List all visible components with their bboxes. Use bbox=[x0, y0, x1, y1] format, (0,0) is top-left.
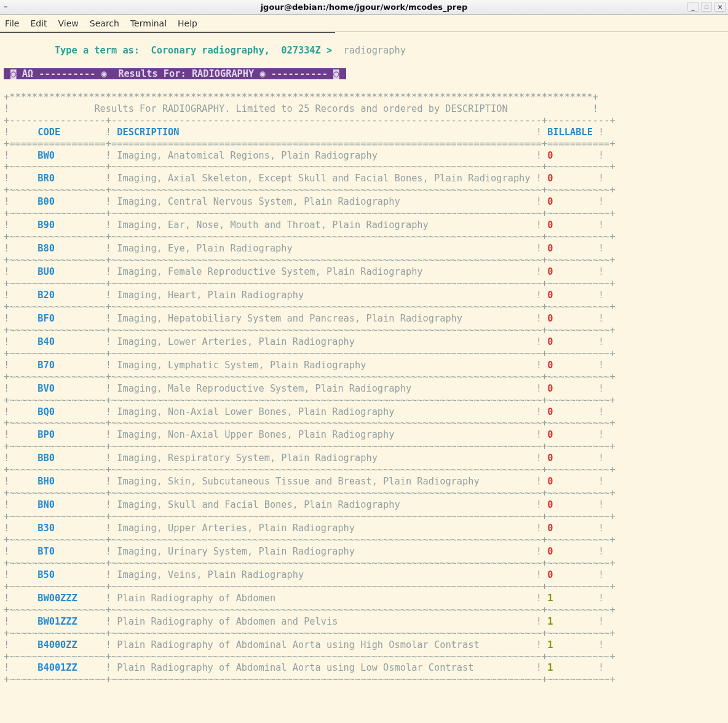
table-row: ! B40 ! Imaging, Lower Arteries, Plain R… bbox=[4, 336, 724, 348]
cell-code: B90 bbox=[38, 219, 106, 231]
cell-billable: 0 bbox=[547, 150, 598, 161]
cell-code: B4000ZZ bbox=[38, 639, 106, 650]
cell-code: BP0 bbox=[38, 429, 106, 440]
border-rowsep: +~~~~~~~~~~~~~~~~~+~~~~~~~~~~~~~~~~~~~~~… bbox=[4, 651, 724, 663]
close-button[interactable]: × bbox=[714, 2, 726, 12]
cell-description: Imaging, Skull and Facial Bones, Plain R… bbox=[117, 499, 536, 510]
menu-help[interactable]: Help bbox=[178, 18, 197, 28]
cell-billable: 0 bbox=[547, 499, 598, 510]
cell-description: Plain Radiography of Abdominal Aorta usi… bbox=[117, 639, 536, 650]
cell-billable: 0 bbox=[547, 266, 598, 277]
table-row: ! B50 ! Imaging, Veins, Plain Radiograph… bbox=[4, 569, 724, 581]
cell-billable: 0 bbox=[547, 219, 598, 231]
window-title: jgour@debian:/home/jgour/work/mcodes_pre… bbox=[261, 2, 468, 12]
border-rowsep: +~~~~~~~~~~~~~~~~~+~~~~~~~~~~~~~~~~~~~~~… bbox=[4, 371, 724, 383]
border-rowsep: +~~~~~~~~~~~~~~~~~+~~~~~~~~~~~~~~~~~~~~~… bbox=[4, 534, 724, 546]
cell-code: BH0 bbox=[38, 476, 106, 487]
border-rowsep: +~~~~~~~~~~~~~~~~~+~~~~~~~~~~~~~~~~~~~~~… bbox=[4, 441, 724, 452]
cell-description: Imaging, Lower Arteries, Plain Radiograp… bbox=[117, 336, 536, 347]
terminal-output[interactable]: Type a term as: Coronary radiography, 02… bbox=[0, 33, 728, 689]
cell-code: B00 bbox=[38, 196, 106, 207]
cell-code: B80 bbox=[38, 243, 106, 254]
col-code: CODE bbox=[38, 127, 106, 138]
cell-description: Imaging, Lymphatic System, Plain Radiogr… bbox=[117, 360, 536, 371]
border-rowsep: +~~~~~~~~~~~~~~~~~+~~~~~~~~~~~~~~~~~~~~~… bbox=[4, 301, 724, 313]
cell-description: Imaging, Skin, Subcutaneous Tissue and B… bbox=[117, 476, 536, 487]
border-rowsep: +~~~~~~~~~~~~~~~~~+~~~~~~~~~~~~~~~~~~~~~… bbox=[4, 278, 724, 290]
cell-billable: 0 bbox=[547, 290, 598, 301]
table-row: ! BF0 ! Imaging, Hepatobiliary System an… bbox=[4, 313, 724, 325]
cell-description: Imaging, Hepatobiliary System and Pancre… bbox=[117, 313, 536, 324]
border-rowsep: +~~~~~~~~~~~~~~~~~+~~~~~~~~~~~~~~~~~~~~~… bbox=[4, 395, 724, 406]
border-rowsep: +~~~~~~~~~~~~~~~~~+~~~~~~~~~~~~~~~~~~~~~… bbox=[4, 581, 724, 593]
menu-edit[interactable]: Edit bbox=[30, 18, 47, 28]
maximize-button[interactable]: ▫ bbox=[701, 2, 712, 12]
cell-description: Imaging, Ear, Nose, Mouth and Throat, Pl… bbox=[117, 219, 536, 231]
cell-code: B70 bbox=[38, 360, 106, 371]
cell-code: B4001ZZ bbox=[38, 662, 106, 673]
menu-terminal[interactable]: Terminal bbox=[130, 18, 167, 28]
border-rowsep: +~~~~~~~~~~~~~~~~~+~~~~~~~~~~~~~~~~~~~~~… bbox=[4, 628, 724, 639]
prompt-input-value[interactable]: radiography bbox=[344, 45, 406, 56]
border-rowsep: +~~~~~~~~~~~~~~~~~+~~~~~~~~~~~~~~~~~~~~~… bbox=[4, 488, 724, 499]
border-rowsep: +~~~~~~~~~~~~~~~~~+~~~~~~~~~~~~~~~~~~~~~… bbox=[4, 231, 724, 243]
border-rowsep: +~~~~~~~~~~~~~~~~~+~~~~~~~~~~~~~~~~~~~~~… bbox=[4, 208, 724, 219]
cell-description: Plain Radiography of Abdomen and Pelvis bbox=[117, 616, 536, 627]
border-rowsep: +~~~~~~~~~~~~~~~~~+~~~~~~~~~~~~~~~~~~~~~… bbox=[4, 255, 724, 266]
minimize-button[interactable]: _ bbox=[687, 2, 698, 12]
menu-search[interactable]: Search bbox=[90, 18, 119, 28]
cell-description: Imaging, Heart, Plain Radiography bbox=[117, 290, 536, 301]
border-rowsep: +~~~~~~~~~~~~~~~~~+~~~~~~~~~~~~~~~~~~~~~… bbox=[4, 161, 724, 173]
border-sep: +-----------------+---------------------… bbox=[4, 115, 724, 127]
table-row: ! B80 ! Imaging, Eye, Plain Radiography … bbox=[4, 243, 724, 255]
menu-view[interactable]: View bbox=[58, 18, 79, 28]
cell-code: BW01ZZZ bbox=[38, 616, 106, 627]
results-banner: ◙ AΩ ---------- ◉ Results For: RADIOGRAP… bbox=[4, 68, 346, 79]
table-row: ! B70 ! Imaging, Lymphatic System, Plain… bbox=[4, 360, 724, 371]
cell-billable: 0 bbox=[547, 406, 598, 417]
menu-file[interactable]: File bbox=[5, 18, 19, 28]
cell-code: BV0 bbox=[38, 383, 106, 394]
cell-billable: 0 bbox=[547, 383, 598, 394]
cell-billable: 0 bbox=[547, 243, 598, 254]
cell-billable: 0 bbox=[547, 452, 598, 464]
border-rowsep: +~~~~~~~~~~~~~~~~~+~~~~~~~~~~~~~~~~~~~~~… bbox=[4, 464, 724, 476]
cell-description: Imaging, Male Reproductive System, Plain… bbox=[117, 383, 536, 394]
cell-billable: 0 bbox=[547, 196, 598, 207]
table-row: ! BN0 ! Imaging, Skull and Facial Bones,… bbox=[4, 499, 724, 511]
cell-billable: 1 bbox=[547, 616, 598, 627]
border-top: +***************************************… bbox=[4, 92, 724, 103]
border-rowsep: +~~~~~~~~~~~~~~~~~+~~~~~~~~~~~~~~~~~~~~~… bbox=[4, 511, 724, 523]
cell-code: B40 bbox=[38, 336, 106, 347]
cell-description: Imaging, Eye, Plain Radiography bbox=[117, 243, 536, 254]
table-row: ! BH0 ! Imaging, Skin, Subcutaneous Tiss… bbox=[4, 476, 724, 488]
table-row: ! BB0 ! Imaging, Respiratory System, Pla… bbox=[4, 452, 724, 464]
cell-billable: 0 bbox=[547, 546, 598, 557]
cell-code: BQ0 bbox=[38, 406, 106, 417]
cell-billable: 1 bbox=[547, 639, 598, 650]
table-row: ! BW00ZZZ ! Plain Radiography of Abdomen… bbox=[4, 593, 724, 604]
cell-code: BU0 bbox=[38, 266, 106, 277]
cell-code: BT0 bbox=[38, 546, 106, 557]
cell-description: Imaging, Anatomical Regions, Plain Radio… bbox=[117, 150, 536, 161]
border-rowsep: +~~~~~~~~~~~~~~~~~+~~~~~~~~~~~~~~~~~~~~~… bbox=[4, 348, 724, 360]
cell-description: Imaging, Axial Skeleton, Except Skull an… bbox=[117, 173, 536, 184]
table-row: ! BV0 ! Imaging, Male Reproductive Syste… bbox=[4, 383, 724, 395]
cell-billable: 0 bbox=[547, 476, 598, 487]
window-menu-icon[interactable]: – bbox=[4, 2, 8, 11]
cell-description: Imaging, Non-Axial Lower Bones, Plain Ra… bbox=[117, 406, 536, 417]
cell-description: Plain Radiography of Abdomen bbox=[117, 593, 536, 604]
cell-billable: 0 bbox=[547, 336, 598, 347]
table-row: ! BR0 ! Imaging, Axial Skeleton, Except … bbox=[4, 173, 724, 184]
border-rowsep: +~~~~~~~~~~~~~~~~~+~~~~~~~~~~~~~~~~~~~~~… bbox=[4, 558, 724, 569]
border-rowsep: +~~~~~~~~~~~~~~~~~+~~~~~~~~~~~~~~~~~~~~~… bbox=[4, 674, 724, 685]
table-row: ! B00 ! Imaging, Central Nervous System,… bbox=[4, 196, 724, 208]
cell-code: BN0 bbox=[38, 499, 106, 510]
table-row: ! B20 ! Imaging, Heart, Plain Radiograph… bbox=[4, 290, 724, 301]
border-rowsep: +~~~~~~~~~~~~~~~~~+~~~~~~~~~~~~~~~~~~~~~… bbox=[4, 325, 724, 336]
col-description: DESCRIPTION bbox=[117, 127, 536, 138]
table-row: ! BW0 ! Imaging, Anatomical Regions, Pla… bbox=[4, 150, 724, 162]
table-row: ! BQ0 ! Imaging, Non-Axial Lower Bones, … bbox=[4, 406, 724, 418]
cell-description: Imaging, Urinary System, Plain Radiograp… bbox=[117, 546, 536, 557]
cell-code: B30 bbox=[38, 523, 106, 534]
